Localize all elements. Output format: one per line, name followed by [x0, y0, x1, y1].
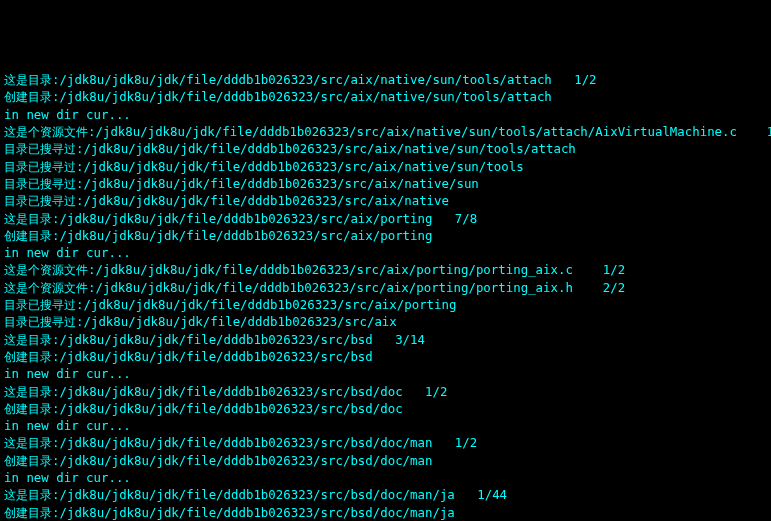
terminal-line: 这是目录:/jdk8u/jdk8u/jdk/file/dddb1b026323/…	[4, 71, 767, 88]
terminal-line: 创建目录:/jdk8u/jdk8u/jdk/file/dddb1b026323/…	[4, 227, 767, 244]
terminal-line: 目录已搜寻过:/jdk8u/jdk8u/jdk/file/dddb1b02632…	[4, 175, 767, 192]
terminal-line: 创建目录:/jdk8u/jdk8u/jdk/file/dddb1b026323/…	[4, 400, 767, 417]
terminal-line: 目录已搜寻过:/jdk8u/jdk8u/jdk/file/dddb1b02632…	[4, 140, 767, 157]
terminal-line: in new dir cur...	[4, 469, 767, 486]
terminal-line: 创建目录:/jdk8u/jdk8u/jdk/file/dddb1b026323/…	[4, 348, 767, 365]
terminal-line: 目录已搜寻过:/jdk8u/jdk8u/jdk/file/dddb1b02632…	[4, 158, 767, 175]
terminal-output: 这是目录:/jdk8u/jdk8u/jdk/file/dddb1b026323/…	[4, 71, 767, 521]
terminal-line: 目录已搜寻过:/jdk8u/jdk8u/jdk/file/dddb1b02632…	[4, 313, 767, 330]
terminal-line: 这是个资源文件:/jdk8u/jdk8u/jdk/file/dddb1b0263…	[4, 123, 767, 140]
terminal-line: in new dir cur...	[4, 244, 767, 261]
terminal-line: 创建目录:/jdk8u/jdk8u/jdk/file/dddb1b026323/…	[4, 504, 767, 521]
terminal-line: 这是目录:/jdk8u/jdk8u/jdk/file/dddb1b026323/…	[4, 331, 767, 348]
terminal-line: 这是目录:/jdk8u/jdk8u/jdk/file/dddb1b026323/…	[4, 210, 767, 227]
terminal-line: in new dir cur...	[4, 417, 767, 434]
terminal-line: in new dir cur...	[4, 106, 767, 123]
terminal-line: 这是目录:/jdk8u/jdk8u/jdk/file/dddb1b026323/…	[4, 383, 767, 400]
terminal-line: 创建目录:/jdk8u/jdk8u/jdk/file/dddb1b026323/…	[4, 88, 767, 105]
terminal-line: in new dir cur...	[4, 365, 767, 382]
terminal-line: 创建目录:/jdk8u/jdk8u/jdk/file/dddb1b026323/…	[4, 452, 767, 469]
terminal-line: 这是个资源文件:/jdk8u/jdk8u/jdk/file/dddb1b0263…	[4, 279, 767, 296]
terminal-line: 这是目录:/jdk8u/jdk8u/jdk/file/dddb1b026323/…	[4, 486, 767, 503]
terminal-line: 这是个资源文件:/jdk8u/jdk8u/jdk/file/dddb1b0263…	[4, 261, 767, 278]
terminal-line: 这是目录:/jdk8u/jdk8u/jdk/file/dddb1b026323/…	[4, 434, 767, 451]
terminal-line: 目录已搜寻过:/jdk8u/jdk8u/jdk/file/dddb1b02632…	[4, 296, 767, 313]
terminal-line: 目录已搜寻过:/jdk8u/jdk8u/jdk/file/dddb1b02632…	[4, 192, 767, 209]
